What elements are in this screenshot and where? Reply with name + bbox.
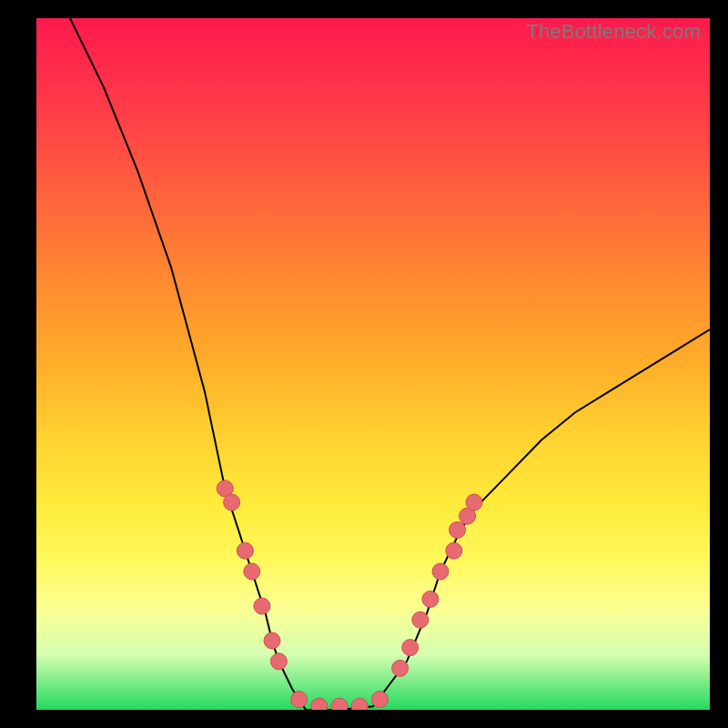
plot-area: TheBottleneck.com [36,18,710,710]
marker-dot [402,640,419,656]
marker-dot [244,563,260,580]
marker-dot [412,612,429,628]
marker-dot [264,632,280,649]
marker-dot [466,494,482,511]
marker-dot [254,598,270,614]
marker-dot [270,653,287,670]
marker-dot [351,698,368,710]
marker-dot [371,692,388,708]
chart-frame: TheBottleneck.com [0,0,728,728]
marker-dot [311,698,328,710]
marker-dot [432,563,449,580]
marker-dot [291,692,308,708]
curve-path [70,18,710,710]
marker-dot [237,542,253,559]
chart-overlay [36,18,710,710]
marker-dot [392,660,409,676]
marker-group [217,480,482,710]
marker-dot [224,494,240,511]
marker-dot [331,698,348,710]
marker-dot [446,542,462,559]
marker-dot [450,521,466,538]
marker-dot [422,591,439,607]
